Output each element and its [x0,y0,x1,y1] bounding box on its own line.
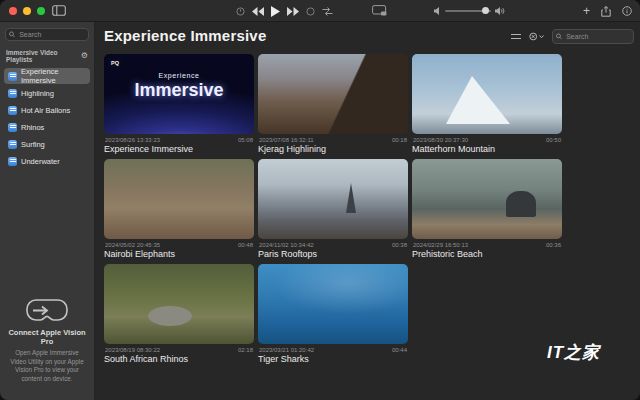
video-card-experience-immersive[interactable]: PQ Experience Immersive 2023/08/26 13:33… [104,54,254,154]
poster-text: Experience Immersive [104,72,254,101]
sidebar-item-label: Highlining [21,89,54,98]
video-meta: 2024/05/02 20:45:35 00:48 [104,239,254,248]
video-thumbnail[interactable] [412,54,562,134]
share-icon[interactable] [601,6,611,17]
search-icon [9,31,15,38]
list-view-icon[interactable] [511,33,521,40]
sidebar-search[interactable] [5,28,89,41]
volume-slider[interactable] [445,10,491,13]
play-icon[interactable] [271,6,280,17]
sidebar-item-label: Experience Immersive [21,67,86,85]
playlist-icon [8,157,17,166]
content-header-actions [511,22,634,50]
timer-icon[interactable] [236,7,245,16]
video-card-paris-rooftops[interactable]: 2024/11/02 10:34:42 00:38 Paris Rooftops [258,159,408,259]
sidebar-item-surfing[interactable]: Surfing [4,136,90,152]
video-thumbnail[interactable] [104,264,254,344]
video-timestamp: 2023/03/21 01:20:42 [259,347,314,353]
volume-slider-knob[interactable] [482,7,489,14]
rewind-icon[interactable] [252,7,264,16]
connect-title: Connect Apple Vision Pro [7,328,87,346]
video-duration: 00:36 [546,242,561,248]
video-title: Matterhorn Mountain [412,144,562,154]
video-duration: 00:48 [238,242,253,248]
sidebar-item-label: Hot Air Ballons [21,106,70,115]
playlist-icon [8,72,17,81]
video-meta: 2023/07/08 16:32:11 00:18 [258,134,408,143]
video-thumbnail[interactable] [258,159,408,239]
video-timestamp: 2023/08/30 20:37:30 [413,137,468,143]
video-title: Nairobi Elephants [104,249,254,259]
playlist-list: Experience Immersive Highlining Hot Air … [0,67,94,170]
display-connect-icon[interactable] [372,5,387,16]
fast-forward-icon[interactable] [287,7,299,16]
connect-vision-pro-panel: Connect Apple Vision Pro Open Apple Imme… [0,298,94,400]
video-card-prehistoric-beach[interactable]: 2024/02/29 16:50:13 00:36 Prehistoric Be… [412,159,562,259]
filter-menu-icon[interactable] [529,32,544,41]
video-timestamp: 2024/02/29 16:50:13 [413,242,468,248]
video-thumbnail[interactable] [412,159,562,239]
add-icon[interactable]: + [583,5,590,17]
video-timestamp: 2024/11/02 10:34:42 [259,242,314,248]
video-meta: 2023/08/19 08:30:22 02:18 [104,344,254,353]
video-title: South African Rhinos [104,354,254,364]
sidebar-item-experience-immersive[interactable]: Experience Immersive [4,68,90,84]
sidebar: Immersive Video Playlists ⚙ Experience I… [0,22,95,400]
video-thumbnail[interactable] [104,159,254,239]
content-search[interactable] [552,29,634,44]
info-icon[interactable] [622,6,632,16]
video-meta: 2023/08/26 13:33:23 05:08 [104,134,254,143]
video-thumbnail[interactable] [258,54,408,134]
video-title: Paris Rooftops [258,249,408,259]
toolbar: + [0,0,640,22]
settings-gear-icon[interactable]: ⚙ [81,52,88,60]
shuffle-icon[interactable] [322,7,333,16]
video-timestamp: 2023/08/19 08:30:22 [105,347,160,353]
format-badge: PQ [109,59,121,67]
minimize-button[interactable] [23,7,31,15]
sidebar-search-input[interactable] [17,30,85,39]
playlist-icon [8,140,17,149]
connect-description: Open Apple Immersive Video Utility on yo… [7,349,87,384]
video-duration: 00:50 [546,137,561,143]
content-search-input[interactable] [564,32,630,41]
volume-low-icon[interactable] [434,7,441,15]
volume-control [434,0,505,22]
video-thumbnail[interactable] [258,264,408,344]
close-button[interactable] [9,7,17,15]
video-card-south-african-rhinos[interactable]: 2023/08/19 08:30:22 02:18 South African … [104,264,254,364]
sidebar-item-rhinos[interactable]: Rhinos [4,119,90,135]
playlist-icon [8,89,17,98]
sidebar-item-hot-air-ballons[interactable]: Hot Air Ballons [4,102,90,118]
sidebar-item-highlining[interactable]: Highlining [4,85,90,101]
watermark-logo: IT之家 [547,341,600,364]
sidebar-item-label: Surfing [21,140,45,149]
video-duration: 00:44 [392,347,407,353]
playback-controls [236,0,333,22]
video-card-nairobi-elephants[interactable]: 2024/05/02 20:45:35 00:48 Nairobi Elepha… [104,159,254,259]
video-card-kjerag-highlining[interactable]: 2023/07/08 16:32:11 00:18 Kjerag Highlin… [258,54,408,154]
video-meta: 2024/11/02 10:34:42 00:38 [258,239,408,248]
video-duration: 00:38 [392,242,407,248]
video-timestamp: 2024/05/02 20:45:35 [105,242,160,248]
video-title: Prehistoric Beach [412,249,562,259]
video-timestamp: 2023/07/08 16:32:11 [259,137,314,143]
video-duration: 00:18 [392,137,407,143]
video-meta: 2023/03/21 01:20:42 00:44 [258,344,408,353]
stop-icon[interactable] [306,7,315,16]
video-thumbnail[interactable]: PQ Experience Immersive [104,54,254,134]
playlist-icon [8,106,17,115]
vision-pro-goggles-icon [25,298,69,324]
sidebar-item-underwater[interactable]: Underwater [4,153,90,169]
sidebar-toggle-icon[interactable] [52,5,66,16]
page-title: Experience Immersive [104,27,266,44]
video-duration: 05:08 [238,137,253,143]
video-card-matterhorn-mountain[interactable]: 2023/08/30 20:37:30 00:50 Matterhorn Mou… [412,54,562,154]
zoom-button[interactable] [37,7,45,15]
sidebar-section-header: Immersive Video Playlists ⚙ [0,45,94,65]
volume-high-icon[interactable] [495,7,505,15]
video-grid: PQ Experience Immersive 2023/08/26 13:33… [104,54,562,364]
video-title: Experience Immersive [104,144,254,154]
video-card-tiger-sharks[interactable]: 2023/03/21 01:20:42 00:44 Tiger Sharks [258,264,408,364]
content-header: Experience Immersive [96,22,640,50]
